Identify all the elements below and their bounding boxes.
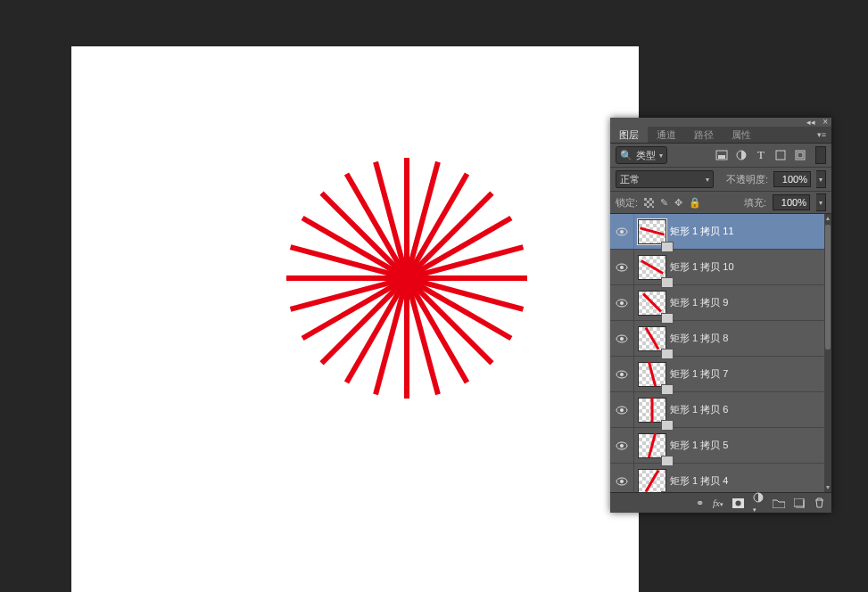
chevron-down-icon: ▾ xyxy=(659,152,663,160)
visibility-toggle[interactable] xyxy=(610,214,634,249)
layer-thumbnail[interactable] xyxy=(634,392,670,427)
link-layers-icon[interactable]: ⚭ xyxy=(696,497,704,509)
adjustment-layer-icon[interactable]: ▾ xyxy=(753,492,764,514)
tab-图层[interactable]: 图层 xyxy=(610,127,648,143)
layer-thumbnail[interactable] xyxy=(634,285,670,320)
tab-通道[interactable]: 通道 xyxy=(648,127,685,143)
layer-filter-bar: 🔍 类型 ▾ T xyxy=(610,144,831,168)
visibility-toggle[interactable] xyxy=(610,357,634,391)
svg-point-14 xyxy=(620,301,624,305)
vector-mask-badge xyxy=(661,491,674,492)
svg-rect-1 xyxy=(718,155,725,159)
tab-路径[interactable]: 路径 xyxy=(685,127,723,143)
visibility-toggle[interactable] xyxy=(610,321,634,356)
panel-menu-icon[interactable]: ▾≡ xyxy=(817,130,826,139)
filter-type-icon[interactable]: T xyxy=(755,149,767,161)
layer-name[interactable]: 矩形 1 拷贝 5 xyxy=(670,439,728,452)
tab-属性[interactable]: 属性 xyxy=(723,127,760,143)
blend-mode-value: 正常 xyxy=(620,173,640,186)
fill-input[interactable]: 100% xyxy=(773,194,810,210)
svg-point-20 xyxy=(620,408,624,412)
layer-list: 矩形 1 拷贝 11矩形 1 拷贝 10矩形 1 拷贝 9矩形 1 拷贝 8矩形… xyxy=(610,214,831,492)
svg-point-18 xyxy=(620,373,624,376)
new-layer-icon[interactable] xyxy=(794,498,806,508)
opacity-slider-toggle[interactable]: ▾ xyxy=(816,170,826,188)
layer-thumbnail[interactable] xyxy=(634,428,670,463)
filter-shape-icon[interactable] xyxy=(774,149,787,161)
visibility-toggle[interactable] xyxy=(610,464,634,492)
layer-row[interactable]: 矩形 1 拷贝 10 xyxy=(610,250,831,285)
lock-position-icon[interactable]: ✥ xyxy=(674,197,682,209)
layer-row[interactable]: 矩形 1 拷贝 5 xyxy=(610,428,831,464)
filter-toggle-switch[interactable] xyxy=(815,146,826,164)
layer-name[interactable]: 矩形 1 拷贝 6 xyxy=(670,403,728,416)
svg-rect-5 xyxy=(798,152,803,158)
layer-row[interactable]: 矩形 1 拷贝 11 xyxy=(610,214,831,250)
filter-smart-icon[interactable] xyxy=(794,149,806,161)
new-group-icon[interactable] xyxy=(773,498,785,508)
delete-layer-icon[interactable] xyxy=(814,497,824,508)
visibility-toggle[interactable] xyxy=(610,392,634,427)
svg-rect-3 xyxy=(776,151,785,160)
svg-point-22 xyxy=(620,444,624,448)
lock-row: 锁定: ✎ ✥ 🔒 填充: 100% ▾ xyxy=(610,192,831,214)
fill-label: 填充: xyxy=(744,196,766,210)
layer-row[interactable]: 矩形 1 拷贝 4 xyxy=(610,464,831,492)
svg-point-12 xyxy=(620,266,624,269)
layer-name[interactable]: 矩形 1 拷贝 11 xyxy=(670,225,734,238)
svg-rect-28 xyxy=(794,498,804,506)
svg-rect-6 xyxy=(644,198,654,208)
layer-thumbnail[interactable] xyxy=(634,464,670,492)
panel-header: ◂◂ × xyxy=(610,118,831,127)
layer-name[interactable]: 矩形 1 拷贝 8 xyxy=(670,332,728,345)
layer-fx-icon[interactable]: fx▾ xyxy=(713,497,723,508)
chevron-down-icon: ▾ xyxy=(706,176,709,184)
layer-name[interactable]: 矩形 1 拷贝 10 xyxy=(670,260,734,274)
lock-transparency-icon[interactable] xyxy=(644,198,654,208)
canvas[interactable] xyxy=(71,46,639,592)
layer-row[interactable]: 矩形 1 拷贝 8 xyxy=(610,321,831,357)
svg-point-10 xyxy=(620,230,624,234)
scrollbar[interactable]: ▴ ▾ xyxy=(824,214,831,492)
layer-row[interactable]: 矩形 1 拷贝 7 xyxy=(610,357,831,392)
opacity-label: 不透明度: xyxy=(726,173,768,186)
layer-name[interactable]: 矩形 1 拷贝 7 xyxy=(670,367,728,381)
layer-thumbnail[interactable] xyxy=(634,214,670,249)
visibility-toggle[interactable] xyxy=(610,285,634,320)
layer-name[interactable]: 矩形 1 拷贝 4 xyxy=(670,474,728,488)
filter-pixel-icon[interactable] xyxy=(715,149,728,161)
close-icon[interactable]: × xyxy=(823,118,828,127)
scroll-down-icon[interactable]: ▾ xyxy=(824,483,831,492)
layer-name[interactable]: 矩形 1 拷贝 9 xyxy=(670,296,728,309)
filter-kind-select[interactable]: 🔍 类型 ▾ xyxy=(616,146,667,164)
layer-row[interactable]: 矩形 1 拷贝 6 xyxy=(610,392,831,428)
blend-mode-select[interactable]: 正常 ▾ xyxy=(616,170,714,188)
svg-point-26 xyxy=(736,500,741,506)
search-icon: 🔍 xyxy=(620,150,632,161)
panel-footer: ⚭ fx▾ ▾ xyxy=(610,492,831,513)
layer-thumbnail[interactable] xyxy=(634,321,670,356)
panel-tabs: 图层通道路径属性▾≡ xyxy=(610,127,831,144)
filter-adjust-icon[interactable] xyxy=(735,149,748,161)
scroll-thumb[interactable] xyxy=(825,225,831,349)
layer-thumbnail[interactable] xyxy=(634,357,670,391)
svg-point-16 xyxy=(620,337,624,341)
collapse-icon[interactable]: ◂◂ xyxy=(806,119,815,127)
lock-label: 锁定: xyxy=(616,196,638,210)
visibility-toggle[interactable] xyxy=(610,250,634,284)
layer-mask-icon[interactable] xyxy=(732,498,744,508)
layer-thumbnail[interactable] xyxy=(634,250,670,284)
lock-all-icon[interactable]: 🔒 xyxy=(689,197,701,209)
blend-row: 正常 ▾ 不透明度: 100% ▾ xyxy=(610,168,831,192)
fill-slider-toggle[interactable]: ▾ xyxy=(816,193,826,211)
lock-pixels-icon[interactable]: ✎ xyxy=(660,197,668,209)
layer-row[interactable]: 矩形 1 拷贝 9 xyxy=(610,285,831,321)
visibility-toggle[interactable] xyxy=(610,428,634,463)
svg-point-24 xyxy=(620,480,624,483)
opacity-input[interactable]: 100% xyxy=(773,171,811,187)
filter-kind-label: 类型 xyxy=(636,149,656,162)
layers-panel: ◂◂ × 图层通道路径属性▾≡ 🔍 类型 ▾ T 正常 ▾ 不透明度: 100%… xyxy=(610,118,831,513)
scroll-up-icon[interactable]: ▴ xyxy=(824,214,831,223)
